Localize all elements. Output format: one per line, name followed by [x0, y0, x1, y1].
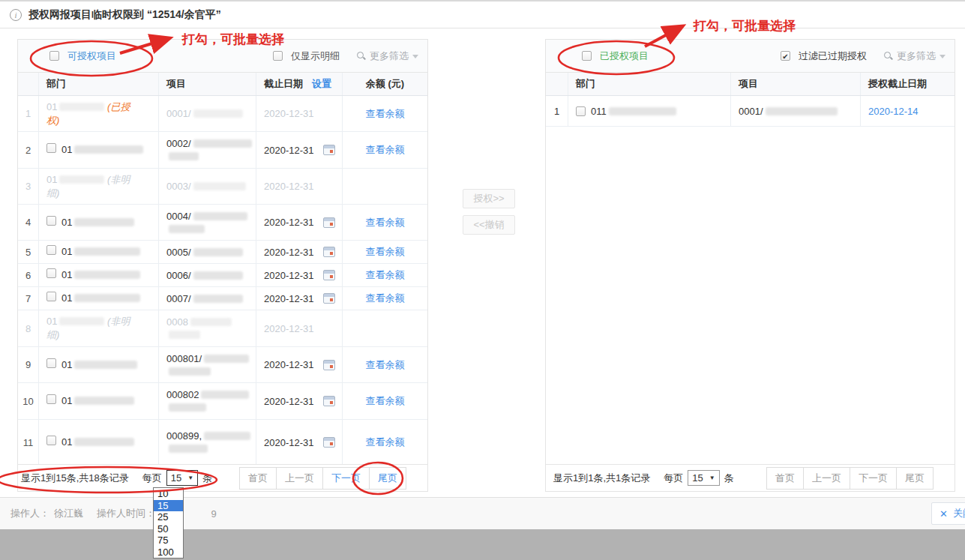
dept-cell: 01 [38, 205, 158, 240]
view-balance-link[interactable]: 查看余额 [366, 436, 405, 449]
project-line [166, 223, 247, 235]
project-code: 000801/ [166, 353, 202, 364]
dept-content: 01 (非明细) [46, 173, 130, 200]
page-上一页[interactable]: 上一页 [276, 468, 322, 489]
view-balance-link[interactable]: 查看余额 [366, 107, 405, 121]
view-balance-link[interactable]: 查看余额 [366, 216, 405, 229]
balance-cell: 查看余额 [342, 287, 427, 310]
filter-expired-checkbox[interactable] [781, 51, 790, 61]
show-detail-only-checkbox[interactable] [273, 51, 283, 61]
dropdown-option[interactable]: 15 [154, 500, 183, 512]
authorize-button[interactable]: 授权>> [463, 189, 515, 208]
calendar-icon[interactable] [323, 360, 335, 370]
table-row: 301 (非明细)0003/2020-12-31 [18, 169, 427, 205]
select-all-authorized-checkbox[interactable] [582, 51, 592, 61]
dept-content: 01 [46, 143, 143, 157]
project-cell: 0007/ [158, 287, 256, 310]
project-code: 0007/ [166, 293, 191, 304]
row-checkbox[interactable] [46, 394, 56, 404]
view-balance-link[interactable]: 查看余额 [366, 143, 405, 157]
page-size-select[interactable]: 15 ▼ [166, 470, 198, 486]
close-button[interactable]: ✕ 关闭 [931, 502, 965, 525]
page-首页[interactable]: 首页 [240, 468, 276, 489]
project-line: 0002/ [166, 137, 252, 150]
dropdown-option[interactable]: 10 [154, 488, 183, 500]
dept-cell: 01 (已授权) [38, 96, 158, 131]
calendar-icon[interactable] [323, 396, 335, 406]
search-icon [356, 51, 366, 61]
row-checkbox[interactable] [576, 106, 586, 116]
table-row: 101 (已授权)0001/2020-12-31查看余额 [18, 96, 427, 132]
page-尾页[interactable]: 尾页 [896, 468, 933, 489]
redacted-text [609, 107, 676, 115]
header-index [546, 73, 568, 95]
per-page-label: 每页 [142, 472, 162, 485]
dept-code: 01 [46, 316, 57, 327]
project-content: 0008 [166, 316, 232, 341]
more-filters-button[interactable]: 更多筛选 [356, 49, 418, 63]
project-cell: 000802 [158, 383, 256, 419]
redacted-text [193, 212, 247, 220]
page-title: 授权网报项目临时权限到 “12514/余官平” [28, 8, 221, 22]
dropdown-option[interactable]: 100 [154, 547, 183, 559]
row-checkbox[interactable] [46, 358, 56, 368]
deadline-date: 2020-12-31 [264, 396, 314, 407]
view-balance-link[interactable]: 查看余额 [366, 245, 405, 259]
set-deadline-link[interactable]: 设置 [312, 77, 331, 91]
row-checkbox[interactable] [46, 245, 56, 255]
row-checkbox[interactable] [46, 436, 56, 445]
calendar-icon[interactable] [323, 217, 335, 228]
row-checkbox[interactable] [46, 292, 56, 301]
dept-code: 01 [61, 436, 72, 448]
page-首页[interactable]: 首页 [767, 468, 803, 489]
dept-code: 01 [46, 101, 57, 112]
dept-note: 细) [46, 187, 59, 199]
redacted-text [193, 109, 243, 118]
project-cell: 0004/ [158, 205, 256, 240]
deadline-date: 2020-12-31 [264, 217, 314, 228]
dept-code: 01 [61, 292, 72, 304]
row-checkbox[interactable] [46, 216, 56, 226]
page-下一页[interactable]: 下一页 [850, 468, 896, 489]
chevron-down-icon [412, 55, 418, 58]
page-尾页[interactable]: 尾页 [369, 468, 406, 489]
row-number: 1 [546, 96, 568, 126]
dept-cell: 01 [38, 132, 158, 168]
row-checkbox[interactable] [46, 268, 56, 278]
project-code: 0001/ [739, 106, 763, 117]
calendar-icon[interactable] [323, 145, 335, 155]
row-number: 9 [18, 347, 38, 382]
project-code: 0006/ [166, 270, 191, 281]
per-page-unit: 条 [202, 472, 212, 485]
balance-cell [342, 169, 427, 204]
page-size-select-right[interactable]: 15 ▼ [688, 470, 719, 486]
dropdown-option[interactable]: 25 [154, 511, 183, 523]
row-checkbox[interactable] [46, 143, 56, 153]
calendar-icon[interactable] [323, 437, 335, 448]
table-row: 10010008022020-12-31查看余额 [18, 383, 427, 420]
page-上一页[interactable]: 上一页 [803, 468, 850, 489]
select-all-available-checkbox[interactable] [49, 51, 59, 61]
calendar-icon[interactable] [323, 247, 335, 257]
page-下一页[interactable]: 下一页 [322, 468, 369, 489]
row-number: 7 [18, 287, 38, 310]
dept-code: 011 [591, 106, 607, 117]
auth-deadline-link[interactable]: 2020-12-14 [868, 106, 919, 117]
view-balance-link[interactable]: 查看余额 [366, 268, 405, 282]
dept-cell: 01 [38, 287, 158, 310]
view-balance-link[interactable]: 查看余额 [366, 394, 405, 408]
redacted-text [74, 397, 134, 405]
balance-cell: 查看余额 [342, 96, 427, 131]
dropdown-option[interactable]: 75 [154, 535, 183, 547]
header-index [18, 73, 38, 95]
calendar-icon[interactable] [323, 270, 335, 280]
view-balance-link[interactable]: 查看余额 [366, 358, 405, 372]
dept-note: (非明 [104, 316, 130, 327]
dropdown-option[interactable]: 50 [154, 523, 183, 535]
view-balance-link[interactable]: 查看余额 [366, 292, 405, 305]
more-filters-button-right[interactable]: 更多筛选 [883, 49, 946, 63]
revoke-button[interactable]: <<撤销 [463, 215, 515, 235]
dept-note: 细) [46, 329, 59, 340]
redacted-text [59, 317, 104, 325]
calendar-icon[interactable] [323, 293, 335, 304]
